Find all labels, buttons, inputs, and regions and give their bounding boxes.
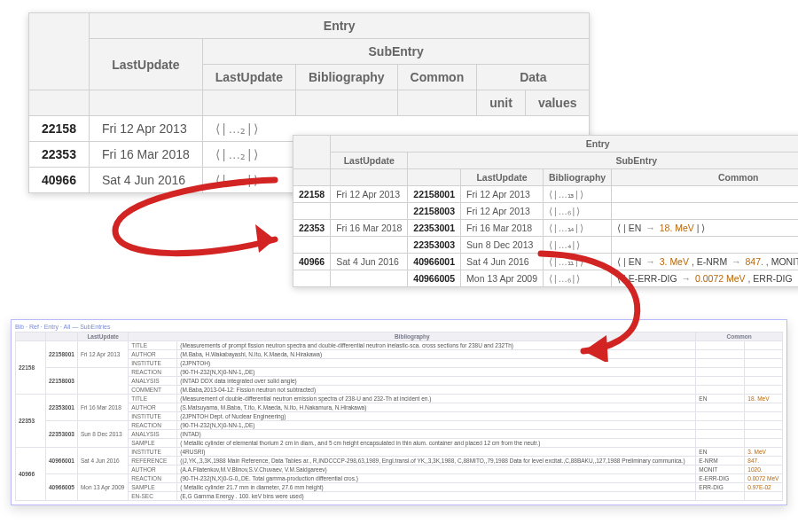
bibliography-pager[interactable]: ⟨ | …₆ | ⟩ <box>544 203 612 220</box>
breadcrumb[interactable]: Bib · Ref · Entry · All — SubEntries <box>15 324 783 330</box>
bib-field-value: (Measurements of prompt fission neutron … <box>177 341 696 350</box>
entry-id: 40966 <box>29 168 90 193</box>
detail-row: 4096640966001Sat 4 Jun 2016INSTITUTE(4RU… <box>16 448 783 457</box>
subentry-lastupdate: Sun 8 Dec 2013 <box>461 237 544 254</box>
col-sub-lastupdate: LastUpdate <box>202 65 295 90</box>
bib-field-key: ANALYSIS <box>129 430 177 439</box>
bib-field-key: AUTHOR <box>129 403 177 412</box>
subentry-lastupdate: Mon 13 Apr 2009 <box>77 474 128 501</box>
table-row[interactable]: 22353003Sun 8 Dec 2013⟨ | …₄ | ⟩ <box>293 237 799 254</box>
subentry-id: 22353001 <box>408 220 461 237</box>
common-values <box>612 203 798 220</box>
common-value: 18. MeV <box>745 395 783 403</box>
bib-field-key: EN-SEC <box>129 492 177 501</box>
bib-field-value: ((J,YK,,3,3K,1988 Main Reference, Data T… <box>177 457 696 466</box>
bib-field-key: SAMPLE <box>129 483 177 492</box>
subentry-id: 22158003 <box>46 368 78 395</box>
common-value: 0.0072 MeV <box>745 474 783 483</box>
bibliography-pager[interactable]: ⟨ | …₆ | ⟩ <box>544 270 612 287</box>
entry-id <box>293 270 331 287</box>
col-unit: unit <box>477 90 526 116</box>
bibliography-pager[interactable]: ⟨ | …₄ | ⟩ <box>544 237 612 254</box>
col-common: Common <box>397 65 477 90</box>
bib-field-key: AUTHOR <box>129 350 177 359</box>
bib-field-value: (90-TH-232(N,X)0-NN-1,,DE) <box>177 421 696 430</box>
bib-field-key: AUTHOR <box>129 466 177 474</box>
col-bibliography: Bibliography <box>296 65 398 90</box>
bib-field-key: REACTION <box>129 368 177 377</box>
subentry-lastupdate: Mon 13 Apr 2009 <box>461 270 544 287</box>
bibliography-pager[interactable]: ⟨ | …₁₃ | ⟩ <box>544 186 612 203</box>
bib-field-value: ( Metallic cylinder of elemental thorium… <box>177 439 696 448</box>
bib-field-key: INSTITUTE <box>129 448 177 457</box>
col-sub-lastupdate: LastUpdate <box>461 169 544 186</box>
common-value: 0.97E-02 <box>745 483 783 492</box>
entry-id: 22158 <box>16 341 46 395</box>
entry-id: 40966 <box>293 254 331 270</box>
bib-field-value: (INTAD) <box>177 430 696 439</box>
table-row[interactable]: 22158Fri 12 Apr 201322158001Fri 12 Apr 2… <box>293 186 799 203</box>
bibliography-pager[interactable]: ⟨ | …₁₄ | ⟩ <box>544 220 612 237</box>
bib-field-key: TITLE <box>129 395 177 403</box>
bib-field-value: (Measurement of double-differential neut… <box>177 395 696 403</box>
entry-id: 22158 <box>293 186 331 203</box>
table-row[interactable]: 22158003Fri 12 Apr 2013⟨ | …₆ | ⟩ <box>293 203 799 220</box>
subentry-lastupdate: Fri 12 Apr 2013 <box>461 203 544 220</box>
subentry-id: 22353003 <box>408 237 461 254</box>
svg-marker-0 <box>255 224 275 253</box>
detail-row: 40966005Mon 13 Apr 2009REACTION(90-TH-23… <box>16 474 783 483</box>
detail-row: AUTHOR(M.Baba, H.Wakabayashi, N.Ito, K.M… <box>16 350 783 359</box>
common-key: MONIT <box>696 466 745 474</box>
col-entry: Entry <box>89 13 590 39</box>
common-value: 1020. <box>745 466 783 474</box>
entry-id <box>293 203 331 220</box>
common-values: ⟨ | E-ERR-DIG → 0.0072 MeV , ERR-DIG → 0… <box>612 270 798 287</box>
entry-id <box>293 237 331 254</box>
subentry-lastupdate: Fri 12 Apr 2013 <box>77 341 128 368</box>
entry-lastupdate: Sat 4 Jun 2016 <box>89 168 202 193</box>
entry-lastupdate: Sat 4 Jun 2016 <box>331 254 408 270</box>
subentry-lastupdate <box>77 368 128 395</box>
bib-field-key: REFERENCE <box>129 457 177 466</box>
bibliography-pager[interactable]: ⟨ | …₁₁ | ⟩ <box>544 254 612 270</box>
bib-field-key: INSTITUTE <box>129 412 177 421</box>
detail-row: 22158003REACTION(90-TH-232(N,X)0-NN-1,,D… <box>16 368 783 377</box>
col-entry: Entry <box>331 136 798 153</box>
common-key: EN <box>696 448 745 457</box>
table-row[interactable]: 40966005Mon 13 Apr 2009⟨ | …₆ | ⟩⟨ | E-E… <box>293 270 799 287</box>
col-subentry: SubEntry <box>408 153 798 169</box>
entry-lastupdate <box>331 203 408 220</box>
bib-field-key: COMMENT <box>129 386 177 395</box>
entry-id: 40966 <box>16 448 46 501</box>
detail-row: REFERENCE((J,YK,,3,3K,1988 Main Referenc… <box>16 457 783 466</box>
subentry-id: 40966005 <box>408 270 461 287</box>
entry-lastupdate <box>331 270 408 287</box>
bib-field-value: (4RUSRI) <box>177 448 696 457</box>
subentry-id: 40966001 <box>46 448 78 474</box>
bib-field-value: (A.A.Filatenkov,M.V.Blinov,S.V.Chuvaev, … <box>177 466 696 474</box>
bib-field-value: (2JPNTOH) <box>177 359 696 368</box>
subentry-id: 22353003 <box>46 421 78 448</box>
subentry-id: 22158001 <box>46 341 78 368</box>
table-row[interactable]: 40966Sat 4 Jun 201640966001Sat 4 Jun 201… <box>293 254 799 270</box>
col-subentry: SubEntry <box>202 39 590 65</box>
common-values: ⟨ | EN → 3. MeV , E-NRM → 847. , MONIT →… <box>612 254 798 270</box>
detail-row: COMMENT(M.Baba,2013-04-12: Fission neutr… <box>16 386 783 395</box>
entry-lastupdate: Fri 12 Apr 2013 <box>89 116 202 142</box>
common-values <box>612 237 798 254</box>
detail-row: EN-SEC(E,G Gamma Energy . 100. keV bins … <box>16 492 783 501</box>
common-key: ERR-DIG <box>696 483 745 492</box>
bib-field-value: (90-TH-232(N,X)0-G-0,,DE. Total gamma-pr… <box>177 474 696 483</box>
bib-field-value: (INTAD DDX data integrated over solid an… <box>177 377 696 386</box>
common-value: 847. <box>745 457 783 466</box>
detail-row: INSTITUTE(2JPNTOH Dept. of Nuclear Engin… <box>16 412 783 421</box>
col-lastupdate: LastUpdate <box>77 332 128 341</box>
subentry-lastupdate: Sat 4 Jun 2016 <box>461 254 544 270</box>
entry-lastupdate: Fri 16 Mar 2018 <box>89 142 202 168</box>
detail-row: SAMPLE( Metallic cylinder 21.7 mm in dia… <box>16 483 783 492</box>
detail-row: 22353003Sun 8 Dec 2013REACTION(90-TH-232… <box>16 421 783 430</box>
table-row[interactable]: 22353Fri 16 Mar 201822353001Fri 16 Mar 2… <box>293 220 799 237</box>
entry-id: 22158 <box>29 116 90 142</box>
col-values: values <box>525 90 590 116</box>
subentry-id: 40966001 <box>408 254 461 270</box>
